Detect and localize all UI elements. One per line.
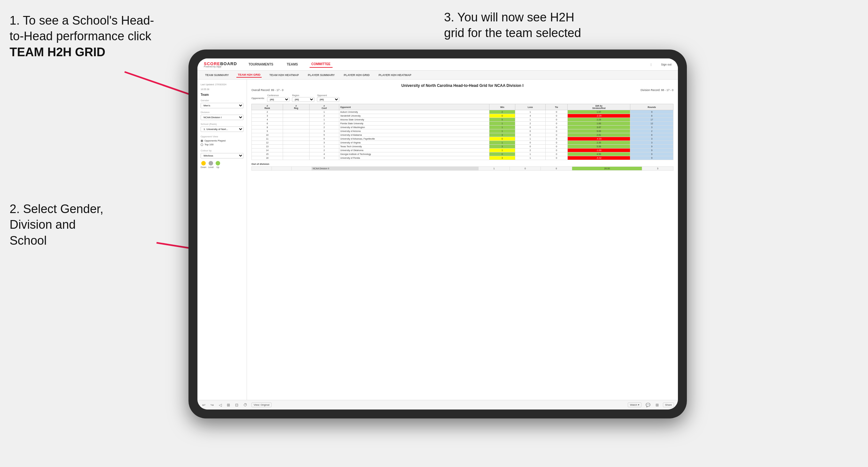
opponent-view-group: Opponents Played Top 100 (200, 139, 243, 146)
legend-down-circle (201, 161, 206, 165)
redo-button[interactable]: ↪ (210, 403, 215, 407)
cell-win: 3 (489, 133, 515, 137)
table-row: 6 2 Florida State University 1 2 0 1.83 … (252, 122, 674, 126)
out-div-conf (292, 167, 312, 170)
timestamp2: 16:55:38 (200, 88, 243, 90)
cell-reg (283, 133, 309, 137)
comment-button[interactable]: 💬 (645, 403, 651, 407)
cell-reg (283, 129, 309, 133)
subnav-player-h2h-grid[interactable]: PLAYER H2H GRID (342, 73, 371, 77)
division-label: Division (200, 111, 243, 114)
col-reg: #Reg (283, 104, 309, 110)
out-div-rounds: 3 (642, 167, 674, 170)
cell-loss: 2 (515, 149, 545, 152)
cell-rank: 15 (252, 152, 283, 156)
undo-button[interactable]: ↩ (201, 403, 206, 407)
gender-select[interactable]: Men's (200, 103, 243, 108)
cell-conf: 2 (309, 126, 339, 129)
step2-line1: 2. Select Gender, (9, 202, 103, 216)
nav-committee[interactable]: COMMITTEE (310, 61, 333, 68)
top-nav: SCOREBOARD Powered by clippi TOURNAMENTS… (197, 58, 678, 71)
cell-opponent: Georgia Institute of Technology (339, 152, 489, 156)
cell-diff: -2.29 (568, 114, 630, 118)
cell-rank: 3 (252, 114, 283, 118)
cell-diff: 5.56 (568, 145, 630, 149)
table-row: 11 6 University of Arkansas, Fayettevill… (252, 137, 674, 141)
cell-tie: 0 (545, 114, 567, 118)
cell-loss: 1 (515, 137, 545, 141)
subnav-team-h2h-heatmap[interactable]: TEAM H2H HEATMAP (268, 73, 300, 77)
cell-win: 1 (489, 141, 515, 145)
subnav-player-summary[interactable]: PLAYER SUMMARY (307, 73, 336, 77)
cell-loss: 1 (515, 110, 545, 114)
cell-diff: -1.00 (568, 149, 630, 152)
cell-opponent: Auburn University (339, 110, 489, 114)
paste-button[interactable]: ⊡ (234, 403, 239, 407)
cell-reg (283, 110, 309, 114)
cell-loss: 0 (515, 145, 545, 149)
cell-win: 1 (489, 122, 515, 126)
table-row: 4 1 Arizona State University 5 1 0 2.29 … (252, 118, 674, 122)
opponent-select[interactable]: (All) (317, 97, 339, 102)
share-button[interactable]: Share (663, 403, 674, 407)
conference-filter: Conference (All) (267, 94, 289, 102)
out-div-loss: 0 (509, 167, 541, 170)
timestamp: Last Updated: 27/03/2024 (200, 83, 243, 86)
table-row: 10 5 University of Alabama 3 0 0 2.61 8 (252, 133, 674, 137)
nav-teams[interactable]: TEAMS (285, 61, 300, 67)
col-rank: #Rank (252, 104, 283, 110)
opponent-filter-label: Opponent (317, 94, 339, 96)
conference-filter-label: Conference (267, 94, 289, 96)
table-row: 12 3 University of Virginia 1 0 0 2.33 3 (252, 141, 674, 145)
opponent-view-label: Opponent View (200, 135, 243, 138)
colour-select[interactable]: Win/loss (200, 153, 243, 158)
cell-win: 0 (489, 114, 515, 118)
step2-annotation: 2. Select Gender, Division and School (9, 201, 103, 249)
legend-up: Up (216, 161, 220, 168)
view-original-button[interactable]: View: Original (251, 403, 272, 407)
cell-opponent: University of Alabama (339, 133, 489, 137)
copy-button[interactable]: ⊞ (226, 403, 231, 407)
cell-rank: 14 (252, 149, 283, 152)
logo-area: SCOREBOARD Powered by clippi (204, 61, 237, 68)
subnav-team-summary[interactable]: TEAM SUMMARY (204, 73, 230, 77)
division-select[interactable]: NCAA Division I (200, 115, 243, 120)
nav-tournaments[interactable]: TOURNAMENTS (247, 61, 275, 67)
school-select[interactable]: 1. University of Nort... (200, 126, 243, 132)
step2-line3: School (9, 234, 46, 247)
cell-win: 1 (489, 149, 515, 152)
col-tie: Tie (545, 104, 567, 110)
conference-select[interactable]: (All) (267, 97, 289, 102)
cell-rounds: 8 (630, 114, 674, 118)
cell-rank: 16 (252, 156, 283, 160)
region-select[interactable]: (All) (292, 97, 314, 102)
cell-opponent: Vanderbilt University (339, 114, 489, 118)
cell-rounds: 3 (630, 126, 674, 129)
cell-reg (283, 149, 309, 152)
division-record: Division Record: 88 - 17 - 0 (641, 89, 674, 92)
back-button[interactable]: ◁ (218, 403, 223, 407)
step3-line1: 3. You will now see H2H (444, 10, 575, 24)
tablet-frame: SCOREBOARD Powered by clippi TOURNAMENTS… (188, 50, 687, 418)
cell-diff: 2.61 (568, 133, 630, 137)
cell-opponent: University of Arizona (339, 129, 489, 133)
watch-button[interactable]: Watch ▾ (628, 403, 642, 407)
sign-out-button[interactable]: Sign out (661, 63, 672, 66)
overall-record: Overall Record: 89 - 17 - 0 (251, 89, 283, 92)
out-div-tie: 0 (541, 167, 572, 170)
col-rounds: Rounds (630, 104, 674, 110)
radio-opponents-played[interactable]: Opponents Played (200, 139, 243, 142)
table-row: 16 3 University of Florida 3 1 0 -6.42 9 (252, 156, 674, 160)
cell-opponent: University of Arkansas, Fayetteville (339, 137, 489, 141)
cell-win: 2 (489, 110, 515, 114)
cell-conf: 1 (309, 145, 339, 149)
table-row: 2 1 Auburn University 2 1 0 1.67 9 (252, 110, 674, 114)
grid-button[interactable]: ⊞ (655, 403, 660, 407)
clock-button[interactable]: ⏱ (243, 403, 248, 407)
subnav-player-h2h-heatmap[interactable]: PLAYER H2H HEATMAP (377, 73, 413, 77)
cell-rounds: 9 (630, 145, 674, 149)
cell-rounds: 17 (630, 118, 674, 122)
radio-top100[interactable]: Top 100 (200, 143, 243, 146)
subnav-team-h2h-grid[interactable]: TEAM H2H GRID (237, 72, 261, 77)
cell-loss: 2 (515, 122, 545, 126)
